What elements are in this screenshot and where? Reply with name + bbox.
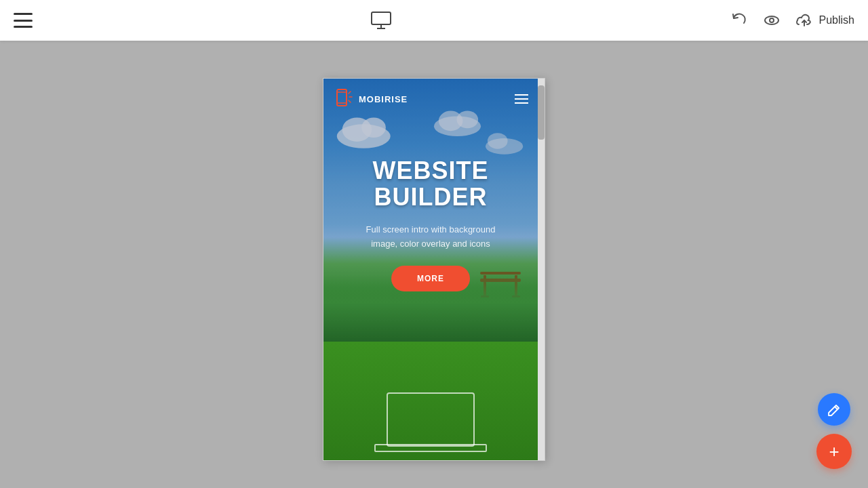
fab-edit-button[interactable] xyxy=(818,393,850,426)
preview-scrollbar[interactable] xyxy=(538,79,545,460)
toolbar-left xyxy=(14,13,33,28)
toolbar: Publish xyxy=(0,0,868,41)
fab-add-button[interactable]: + xyxy=(816,434,852,469)
preview-logo: MOBIRISE xyxy=(333,88,408,110)
undo-icon[interactable] xyxy=(730,11,749,30)
canvas-area: MOBIRISE WEBSITE BUILDER Full screen int… xyxy=(0,41,868,488)
fab-container: + xyxy=(816,393,852,469)
preview-eye-icon[interactable] xyxy=(762,11,781,30)
preview-laptop-outline xyxy=(387,392,475,447)
svg-line-25 xyxy=(349,92,351,94)
preview-nav: MOBIRISE xyxy=(323,79,538,119)
preview-more-button[interactable]: MORE xyxy=(391,266,470,291)
preview-frame: MOBIRISE WEBSITE BUILDER Full screen int… xyxy=(323,78,545,461)
preview-inner: MOBIRISE WEBSITE BUILDER Full screen int… xyxy=(323,79,545,460)
svg-line-27 xyxy=(349,100,351,102)
svg-point-3 xyxy=(765,16,778,24)
preview-bottom-section xyxy=(323,342,538,460)
cloud-upload-icon xyxy=(795,11,814,30)
toolbar-right: Publish xyxy=(730,11,854,30)
preview-hero-title: WEBSITE BUILDER xyxy=(372,157,488,211)
publish-button[interactable]: Publish xyxy=(795,11,854,30)
hamburger-menu-icon[interactable] xyxy=(14,13,33,28)
monitor-icon[interactable] xyxy=(369,8,393,33)
preview-logo-text: MOBIRISE xyxy=(359,94,408,104)
svg-rect-0 xyxy=(372,12,391,24)
preview-hero-subtitle: Full screen intro with background image,… xyxy=(363,223,498,251)
publish-label: Publish xyxy=(819,14,854,26)
svg-point-4 xyxy=(770,18,774,22)
toolbar-center xyxy=(369,8,393,33)
preview-scrollbar-thumb[interactable] xyxy=(538,85,545,140)
preview-nav-menu-icon[interactable] xyxy=(515,94,528,104)
